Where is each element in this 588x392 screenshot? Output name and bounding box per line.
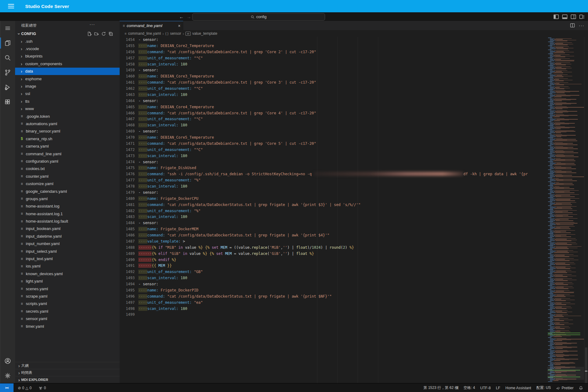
menu-icon[interactable] — [8, 3, 14, 10]
minimap[interactable] — [547, 37, 584, 383]
code-line-1478[interactable]: 1478····scan_interval: 180 — [120, 184, 547, 190]
file-row-input-text-yaml[interactable]: ≡input_text.yaml — [15, 255, 120, 262]
code-line-1489[interactable]: 1489······{% elif "GiB" in value %} {% s… — [120, 251, 547, 257]
line-number[interactable]: 1476 — [120, 171, 138, 177]
breadcrumb-file[interactable]: command_line.yaml — [128, 31, 161, 36]
status-item--us[interactable]: 配置: US — [536, 385, 551, 390]
file-row-command-line-yaml[interactable]: ≡command_line.yaml — [15, 150, 120, 157]
run-debug-icon[interactable] — [0, 80, 15, 95]
problems-status[interactable]: ⊘ 0 △ 0 — [18, 386, 32, 390]
file-row-input-boolean-yaml[interactable]: ≡input_boolean.yaml — [15, 225, 120, 232]
outline-section[interactable]: ›大綱 — [15, 362, 120, 369]
line-number[interactable]: 1471 — [120, 141, 138, 147]
code-line-1491[interactable]: 1491······{{ MEM }} — [120, 263, 547, 269]
breadcrumb-sensor[interactable]: sensor — [170, 31, 181, 36]
status-item-prettier[interactable]: Prettier — [556, 386, 574, 390]
folder-row--vscode[interactable]: ›.vscode — [15, 45, 120, 52]
code-line-1480[interactable]: 1480····name: Frigate_DockerCPU — [120, 196, 547, 202]
settings-gear-icon[interactable] — [0, 368, 15, 383]
file-row-home-assistant-log-fault[interactable]: ≡home-assistant.log.fault — [15, 217, 120, 225]
line-number[interactable]: 1498 — [120, 306, 138, 312]
folder-row-www[interactable]: ›www — [15, 105, 120, 113]
line-number[interactable]: 1467 — [120, 116, 138, 122]
file-row-counter-yaml[interactable]: ≡counter.yaml — [15, 172, 120, 180]
line-number[interactable]: 1483 — [120, 214, 138, 220]
code-line-1475[interactable]: 1475····name: Frigate_DiskUsed — [120, 165, 547, 171]
line-number[interactable]: 1484 — [120, 220, 138, 226]
line-number[interactable]: 1490 — [120, 257, 138, 263]
minimap-slider[interactable] — [547, 367, 584, 380]
source-control-icon[interactable] — [0, 65, 15, 80]
accounts-icon[interactable] — [0, 354, 15, 368]
code-line-1460[interactable]: 1460····name: DEBIAN_Core3_Temperature — [120, 73, 547, 80]
forward-arrow-icon[interactable]: → — [185, 14, 193, 19]
timeline-section[interactable]: ›時間表 — [15, 369, 120, 376]
line-number[interactable]: 1475 — [120, 165, 138, 171]
breadcrumb-value-template[interactable]: value_template — [192, 31, 217, 36]
code-line-1481[interactable]: 1481····command: "cat /config/data/DataD… — [120, 202, 547, 208]
code-editor[interactable]: 1454- sensor:1455····name: DEBIAN_Core2_… — [120, 37, 547, 383]
code-line-1487[interactable]: 1487····value_template: > — [120, 239, 547, 245]
refresh-icon[interactable] — [101, 31, 106, 36]
file-row-scripts-yaml[interactable]: ≡scripts.yaml — [15, 300, 120, 307]
code-line-1469[interactable]: 1469- sensor: — [120, 129, 547, 135]
line-number[interactable]: 1459 — [120, 67, 138, 73]
line-number[interactable]: 1486 — [120, 232, 138, 239]
line-number[interactable]: 1458 — [120, 61, 138, 68]
split-editor-icon[interactable] — [570, 23, 575, 28]
code-line-1486[interactable]: 1486····command: "cat /config/data/DataD… — [120, 232, 547, 239]
status-item-home-assistant[interactable]: Home Assistant — [506, 386, 531, 390]
code-line-1461[interactable]: 1461····command: "cat /config/data/DataD… — [120, 80, 547, 86]
file-row-timer-yaml[interactable]: ≡timer.yaml — [15, 323, 120, 330]
code-line-1457[interactable]: 1457····unit_of_measurement: "°C" — [120, 55, 547, 61]
line-number[interactable]: 1478 — [120, 184, 138, 190]
folder-row-ssl[interactable]: ›ssl — [15, 90, 120, 97]
file-row-google-calendars-yaml[interactable]: ≡google_calendars.yaml — [15, 188, 120, 195]
code-line-1466[interactable]: 1466····command: "cat /config/data/DataD… — [120, 110, 547, 117]
code-line-1463[interactable]: 1463····scan_interval: 180 — [120, 92, 547, 98]
code-line-1467[interactable]: 1467····unit_of_measurement: "°C" — [120, 116, 547, 122]
code-line-1492[interactable]: 1492····unit_of_measurement: "GB" — [120, 269, 547, 275]
search-view-icon[interactable] — [0, 50, 15, 65]
line-number[interactable]: 1456 — [120, 49, 138, 55]
line-number[interactable]: 1497 — [120, 300, 138, 306]
close-icon[interactable]: × — [178, 23, 181, 28]
line-number[interactable]: 1455 — [120, 43, 138, 49]
status-item-lf[interactable]: LF — [496, 386, 500, 390]
code-line-1464[interactable]: 1464- sensor: — [120, 98, 547, 104]
code-line-1479[interactable]: 1479- sensor: — [120, 190, 547, 196]
folder-row-custom-components[interactable]: ›custom_components — [15, 60, 120, 67]
code-line-1468[interactable]: 1468····scan_interval: 180 — [120, 122, 547, 129]
editor-more-actions-icon[interactable]: ··· — [579, 23, 584, 28]
line-number[interactable]: 1492 — [120, 269, 138, 275]
line-number[interactable]: 1469 — [120, 129, 138, 135]
explorer-icon[interactable] — [0, 36, 15, 50]
code-line-1495[interactable]: 1495····name: Frigate_DockerPID — [120, 287, 547, 294]
code-line-1499[interactable]: 1499 — [120, 312, 547, 318]
file-row-camera-ntp-sh[interactable]: $camera_ntp.sh — [15, 135, 120, 142]
code-line-1482[interactable]: 1482····unit_of_measurement: "%" — [120, 208, 547, 214]
toggle-sidebar-icon[interactable] — [553, 14, 559, 20]
code-line-1485[interactable]: 1485····name: Frigate_DockerMEM — [120, 226, 547, 232]
file-row-scrape-yaml[interactable]: ≡scrape.yaml — [15, 292, 120, 300]
line-number[interactable]: 1461 — [120, 80, 138, 86]
file-row-input-number-yaml[interactable]: ≡input_number.yaml — [15, 240, 120, 247]
line-number[interactable]: 1494 — [120, 281, 138, 287]
tab-command-line-yaml[interactable]: ≡ command_line.yaml × — [120, 21, 183, 30]
file-row-home-assistant-log-1[interactable]: ≡home-assistant.log.1 — [15, 210, 120, 217]
ports-status[interactable]: 0 — [38, 386, 46, 390]
line-number[interactable]: 1477 — [120, 177, 138, 184]
file-row-configuration-yaml[interactable]: ≡configuration.yaml — [15, 157, 120, 165]
code-line-1454[interactable]: 1454- sensor: — [120, 37, 547, 43]
code-line-1493[interactable]: 1493····scan_interval: 180 — [120, 275, 547, 281]
remote-indicator[interactable]: >< — [0, 383, 14, 392]
command-center-search[interactable]: config — [192, 13, 325, 21]
code-line-1455[interactable]: 1455····name: DEBIAN_Core2_Temperature — [120, 43, 547, 49]
line-number[interactable]: 1480 — [120, 196, 138, 202]
collapse-all-icon[interactable] — [108, 31, 113, 36]
line-number[interactable]: 1479 — [120, 190, 138, 196]
back-arrow-icon[interactable]: ← — [178, 14, 185, 19]
file-row-home-assistant-log[interactable]: ≡home-assistant.log — [15, 203, 120, 210]
file-row-input-datetime-yaml[interactable]: ≡input_datetime.yaml — [15, 232, 120, 240]
line-number[interactable]: 1485 — [120, 226, 138, 232]
